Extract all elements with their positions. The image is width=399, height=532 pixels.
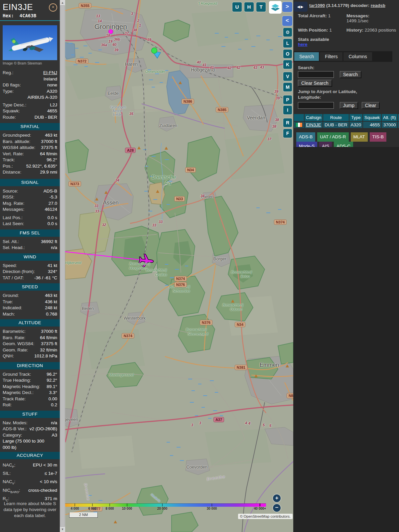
table-header-row: Callsign Route Type Squawk Alt. (ft) [294, 114, 399, 121]
ireland-flag-icon [295, 122, 303, 127]
with-position: With Position: 1 [298, 28, 346, 33]
flag-cell [294, 122, 304, 128]
data-row: Roll:0.2 [0, 402, 60, 408]
search-input[interactable] [298, 71, 334, 78]
panel-tabs: SearchFiltersColumns [293, 51, 392, 62]
row-route: DUB - BER [323, 122, 348, 128]
messages-rate: Messages:1499.1/sec [346, 13, 397, 23]
settings-gear-icon[interactable]: ⚙ [283, 28, 292, 37]
col-squawk[interactable]: Squawk [363, 114, 381, 121]
source-badge[interactable]: UAT / ADS-R [317, 132, 348, 142]
reg-row: Reg.:EI-FNJ [0, 70, 60, 76]
source-filter-badges: ADS-BUAT / ADS-RMLATTIS-B Mode-SAISADS-C [295, 132, 399, 147]
section-header-speed: SPEED [0, 283, 60, 291]
data-row: Ground Track:96.2° [0, 371, 60, 378]
section-header-fms: FMS SEL [0, 229, 60, 237]
map-button-p[interactable]: P [283, 95, 292, 104]
aircraft-row[interactable]: EIN3JE DUB - BER A320 4655 37000 [294, 122, 399, 128]
data-row: Magnetic Decl.:3.3° [0, 390, 60, 396]
data-row: Mach:0.768 [0, 311, 60, 318]
data-row: Baro. Rate:64 ft/min [0, 335, 60, 341]
data-row: Indicated:248 kt [0, 305, 60, 311]
panel-expand-button[interactable]: > [282, 2, 292, 12]
data-row: Track Rate:0.00 [0, 396, 60, 402]
section-header-stuff: STUFF [0, 411, 60, 418]
panel-tab[interactable]: Filters [320, 52, 342, 61]
app-title: tar1090 (3.14.1779) decoder: readsb [293, 0, 399, 8]
source-badge[interactable]: TIS-B [370, 132, 387, 142]
source-badge[interactable]: ADS-C [334, 142, 353, 147]
panel-tab[interactable]: Search [294, 52, 319, 61]
stats-here-link[interactable]: here [298, 42, 308, 47]
source-badge[interactable]: Mode-S [296, 142, 317, 147]
jump-clear-button[interactable]: Clear [362, 102, 379, 109]
col-alt[interactable]: Alt. (ft) [382, 114, 397, 121]
panel-collapse-button[interactable]: < [282, 16, 292, 26]
data-row: ADS-B Ver.:v2 (DO-260B) [0, 426, 60, 432]
data-row: Direction (from):324° [0, 269, 60, 275]
map-attribution[interactable]: © OpenStreetMap contributors. [238, 514, 293, 519]
map-button-o[interactable]: O [283, 50, 292, 58]
aircraft-photo[interactable] [3, 25, 57, 60]
aircraft-info-panel: EIN3JE × Hex: 4CA63B Image © Bram Steema… [0, 0, 60, 532]
jump-button[interactable]: Jump [340, 102, 358, 109]
tar1090-link[interactable]: tar1090 [309, 3, 325, 8]
panel-tab[interactable]: Columns [343, 52, 372, 61]
map-button-h[interactable]: H [244, 2, 254, 12]
row-callsign-link[interactable]: EIN3JE [306, 122, 321, 127]
map-button-u[interactable]: U [232, 2, 242, 12]
sidebar-footer-note: Learn more about Mode S data type by hov… [0, 501, 60, 519]
source-badge[interactable]: AIS [319, 142, 332, 147]
layers-icon [269, 1, 282, 14]
data-row: True:436 kt [0, 299, 60, 305]
scrollbar-thumb[interactable] [60, 5, 65, 527]
history-position-dot [109, 30, 113, 34]
data-row: Nav. Modes:n/a [0, 420, 60, 426]
data-row: Pos.:52.922°, 6.635° [0, 163, 60, 170]
row-type: A320 [349, 122, 363, 128]
jump-label: Jump to Airport or Latitude, Longitude: [298, 89, 378, 100]
spatial-rows: Groundspeed:463 ktBaro. altitude:37000 f… [0, 132, 60, 176]
layers-button[interactable] [269, 1, 282, 14]
data-row: Sel. Alt.:36992 ft [0, 239, 60, 245]
search-button[interactable]: Search [340, 71, 361, 78]
zoom-out-button[interactable]: − [273, 504, 281, 512]
scroll-up-icon[interactable]: ▲ [60, 0, 65, 5]
map-button-v[interactable]: V [283, 72, 292, 81]
map-scale: 2 NM [69, 512, 98, 518]
scroll-down-icon[interactable]: ▼ [60, 527, 65, 532]
registration-link[interactable]: EI-FNJ [43, 70, 57, 76]
map-button-l[interactable]: L [283, 39, 292, 48]
row-squawk: 4655 [363, 122, 381, 128]
jump-input[interactable] [298, 102, 334, 109]
zoom-in-button[interactable]: + [273, 494, 281, 502]
data-row: Groundspeed:463 kt [0, 132, 60, 139]
data-row: Barometric:37000 ft [0, 329, 60, 335]
map-button-i[interactable]: I [283, 106, 292, 114]
panel-toggle-button[interactable]: ◀▶ [294, 2, 308, 12]
section-header-wind: WIND [0, 253, 60, 261]
map-canvas[interactable]: GroningenHarenHoogezandEeldeZuidlarenVee… [65, 0, 293, 532]
col-callsign[interactable]: Callsign [305, 114, 323, 121]
source-badge[interactable]: ADS-B [296, 132, 315, 142]
identity-rows: Reg.:EI-FNJ Ireland DB flags:none Type:A… [0, 70, 60, 120]
map-basemap [65, 0, 293, 532]
sidebar-scrollbar[interactable]: ▲ ▼ [60, 0, 65, 532]
data-row: Baro. altitude:37000 ft [0, 139, 60, 145]
map-button-r[interactable]: R [283, 118, 292, 127]
clear-search-button[interactable]: Clear Search [298, 80, 332, 86]
readsb-link[interactable]: readsb [371, 3, 385, 8]
data-row: Source:ADS-B [0, 188, 60, 195]
history-positions: History: 22063 positions [346, 28, 396, 33]
col-type[interactable]: Type [349, 114, 363, 121]
source-badge[interactable]: MLAT [351, 132, 368, 142]
map-button-m[interactable]: M [283, 83, 292, 91]
close-icon[interactable]: × [49, 3, 57, 12]
row-alt: 37000 [382, 122, 397, 128]
map-button-k[interactable]: K [283, 60, 292, 69]
data-row: NICBARO:cross-checked [0, 487, 60, 495]
data-row: True Heading:92.2° [0, 377, 60, 384]
map-button-f[interactable]: F [283, 129, 292, 138]
col-route[interactable]: Route [323, 114, 348, 121]
map-button-t[interactable]: T [256, 2, 266, 12]
